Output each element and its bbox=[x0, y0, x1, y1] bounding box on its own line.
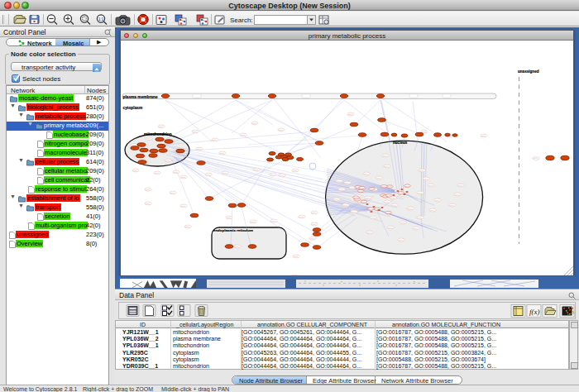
svg-text:#####: ##### bbox=[359, 187, 364, 189]
svg-text:#####: ##### bbox=[312, 223, 317, 225]
svg-text:#####: ##### bbox=[193, 131, 198, 132]
svg-text:#####: ##### bbox=[251, 221, 256, 222]
svg-text:#####: ##### bbox=[450, 204, 455, 206]
svg-text:#####: ##### bbox=[481, 135, 486, 136]
svg-text:#####: ##### bbox=[366, 197, 371, 198]
svg-text:#####: ##### bbox=[310, 237, 315, 239]
svg-text:#####: ##### bbox=[206, 174, 211, 175]
svg-text:#####: ##### bbox=[399, 239, 404, 241]
svg-text:#####: ##### bbox=[350, 187, 355, 189]
svg-text:#####: ##### bbox=[368, 208, 373, 209]
svg-text:nucleus: nucleus bbox=[393, 141, 408, 145]
svg-text:#####: ##### bbox=[181, 176, 186, 178]
svg-text:#####: ##### bbox=[213, 139, 218, 141]
svg-text:#####: ##### bbox=[170, 192, 175, 194]
svg-text:#####: ##### bbox=[241, 134, 246, 136]
svg-text:#####: ##### bbox=[358, 190, 363, 192]
svg-text:#####: ##### bbox=[181, 205, 186, 207]
svg-text:#####: ##### bbox=[353, 196, 358, 198]
svg-text:#####: ##### bbox=[334, 198, 339, 200]
svg-text:#####: ##### bbox=[270, 174, 275, 175]
svg-text:cytoplasm: cytoplasm bbox=[123, 106, 143, 110]
svg-text:#####: ##### bbox=[355, 198, 360, 200]
svg-text:#####: ##### bbox=[165, 160, 170, 161]
svg-text:#####: ##### bbox=[408, 208, 413, 209]
svg-text:#####: ##### bbox=[400, 195, 405, 197]
svg-text:#####: ##### bbox=[227, 217, 232, 218]
svg-text:#####: ##### bbox=[337, 180, 342, 182]
svg-text:plasma membrane: plasma membrane bbox=[123, 95, 158, 99]
svg-text:#####: ##### bbox=[414, 227, 419, 229]
svg-text:#####: ##### bbox=[361, 201, 366, 203]
svg-text:endoplasmic reticulum: endoplasmic reticulum bbox=[213, 228, 253, 232]
svg-text:#####: ##### bbox=[388, 227, 393, 228]
svg-text:#####: ##### bbox=[174, 171, 179, 173]
svg-text:#####: ##### bbox=[146, 137, 151, 139]
svg-text:#####: ##### bbox=[312, 212, 317, 213]
svg-text:#####: ##### bbox=[371, 217, 376, 218]
svg-text:#####: ##### bbox=[279, 129, 284, 131]
svg-text:f(x): f(x) bbox=[529, 308, 540, 316]
svg-text:#####: ##### bbox=[387, 185, 392, 187]
svg-text:#####: ##### bbox=[146, 203, 151, 204]
svg-text:#####: ##### bbox=[348, 113, 353, 115]
svg-text:#####: ##### bbox=[385, 212, 390, 213]
svg-text:#####: ##### bbox=[423, 178, 428, 179]
svg-text:#####: ##### bbox=[159, 126, 164, 127]
svg-text:#####: ##### bbox=[458, 184, 463, 186]
svg-text:Search:: Search: bbox=[230, 17, 253, 24]
svg-text:#####: ##### bbox=[400, 222, 405, 223]
svg-text:#####: ##### bbox=[299, 216, 304, 218]
svg-text:#####: ##### bbox=[133, 170, 138, 171]
svg-text:#####: ##### bbox=[376, 177, 381, 179]
svg-text:#####: ##### bbox=[235, 246, 240, 247]
svg-text:#####: ##### bbox=[223, 172, 227, 174]
svg-text:#####: ##### bbox=[367, 232, 372, 233]
svg-text:#####: ##### bbox=[386, 194, 391, 196]
svg-text:#####: ##### bbox=[364, 173, 369, 174]
svg-text:#####: ##### bbox=[430, 209, 435, 211]
svg-text:#####: ##### bbox=[455, 194, 460, 195]
svg-text:#####: ##### bbox=[385, 165, 390, 167]
svg-text:#####: ##### bbox=[343, 204, 348, 206]
svg-text:#####: ##### bbox=[271, 220, 276, 222]
svg-text:#####: ##### bbox=[197, 148, 202, 150]
svg-text:1:1: 1:1 bbox=[98, 17, 104, 22]
svg-text:#####: ##### bbox=[534, 157, 538, 159]
svg-text:#####: ##### bbox=[435, 199, 440, 201]
svg-text:#####: ##### bbox=[132, 144, 136, 146]
svg-text:#####: ##### bbox=[339, 189, 344, 190]
svg-text:#####: ##### bbox=[418, 192, 423, 194]
svg-text:unassigned: unassigned bbox=[518, 69, 539, 74]
svg-text:#####: ##### bbox=[293, 170, 298, 171]
svg-text:#####: ##### bbox=[418, 217, 423, 218]
svg-text:#####: ##### bbox=[345, 182, 350, 184]
svg-text:#####: ##### bbox=[399, 192, 404, 194]
svg-text:#####: ##### bbox=[294, 256, 299, 257]
svg-text:#####: ##### bbox=[352, 211, 356, 213]
svg-text:#####: ##### bbox=[381, 185, 386, 187]
svg-text:#####: ##### bbox=[422, 131, 427, 132]
svg-text:#####: ##### bbox=[220, 152, 225, 154]
svg-text:#####: ##### bbox=[419, 170, 424, 171]
svg-text:#####: ##### bbox=[392, 204, 397, 206]
svg-text:#####: ##### bbox=[404, 185, 409, 187]
svg-text:#####: ##### bbox=[185, 226, 190, 227]
svg-text:mitochondrion: mitochondrion bbox=[144, 132, 172, 136]
svg-text:#####: ##### bbox=[280, 174, 285, 176]
svg-text:#####: ##### bbox=[385, 201, 390, 203]
svg-text:#####: ##### bbox=[252, 122, 257, 124]
svg-text:#####: ##### bbox=[254, 169, 259, 170]
svg-text:#####: ##### bbox=[428, 184, 433, 186]
svg-text:#####: ##### bbox=[146, 189, 151, 190]
svg-text:#####: ##### bbox=[383, 155, 388, 156]
svg-text:#####: ##### bbox=[155, 172, 160, 174]
svg-text:#####: ##### bbox=[369, 188, 374, 189]
